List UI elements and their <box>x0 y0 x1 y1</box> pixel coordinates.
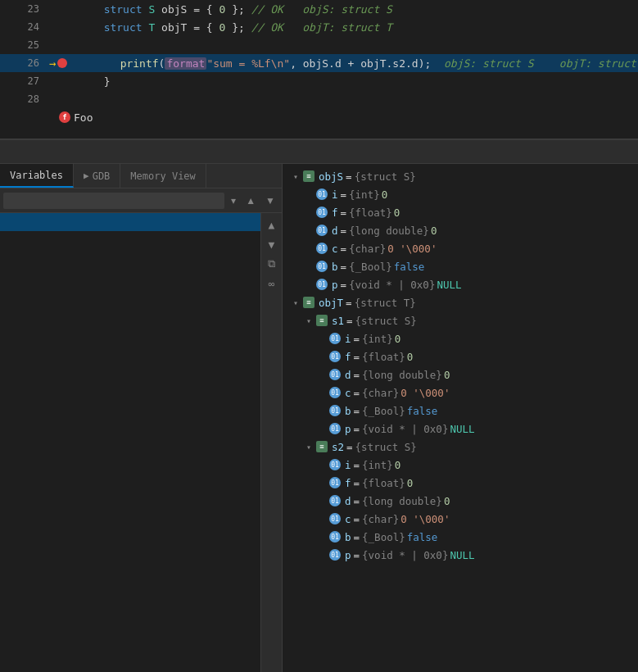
objT-type-icon: ≡ <box>302 296 315 309</box>
s1-equals: = <box>346 315 353 327</box>
s1-f-equals: = <box>354 351 360 363</box>
var-s1-i[interactable]: 01 i = {int} 0 <box>283 329 638 347</box>
var-s1-b[interactable]: 01 b = {_Bool} false <box>283 402 638 420</box>
line-number-24: 24 <box>0 21 49 33</box>
panel-tabs: Variables ▶ GDB Memory View <box>0 164 282 188</box>
objS-f-name: f <box>332 207 338 219</box>
var-s1-p[interactable]: 01 p = {void * | 0x0} NULL <box>283 420 638 438</box>
var-objS-p[interactable]: 01 p = {void * | 0x0} NULL <box>283 275 638 293</box>
expand-s2-icon: ▾ <box>302 443 315 452</box>
var-icon: 01 <box>329 351 341 362</box>
brace: } <box>104 75 111 88</box>
s1-f-icon: 01 <box>328 350 342 363</box>
punct: }; <box>225 21 251 34</box>
objS-b-icon: 01 <box>315 260 328 273</box>
s2-b-icon: 01 <box>328 530 342 543</box>
var-s1-d[interactable]: 01 d = {long double} 0 <box>283 366 638 384</box>
tab-gdb[interactable]: ▶ GDB <box>74 164 120 188</box>
tab-gdb-label: GDB <box>93 170 111 182</box>
objS-p-value: NULL <box>437 279 461 291</box>
side-down-btn[interactable]: ▼ <box>264 236 280 252</box>
var-icon: 01 <box>316 261 328 272</box>
s2-d-value: 0 <box>444 495 450 507</box>
s2-d-icon: 01 <box>328 494 342 507</box>
var-objS-d[interactable]: 01 d = {long double} 0 <box>283 221 638 239</box>
s1-f-type: {float} <box>362 351 405 363</box>
var-objS[interactable]: ▾ ≡ objS = {struct S} <box>283 167 638 185</box>
objS-i-value: 0 <box>382 188 388 201</box>
var-s1[interactable]: ▾ ≡ s1 = {struct S} <box>283 311 638 329</box>
var-objS-i[interactable]: 01 i = {int} 0 <box>283 185 638 203</box>
s2-i-equals: = <box>354 459 360 471</box>
toolbar-down-btn[interactable]: ▼ <box>262 193 278 208</box>
var-s2-b[interactable]: 01 b = {_Bool} false <box>283 528 638 546</box>
breakpoint-icon <box>57 58 67 68</box>
objS-d-name: d <box>332 225 338 237</box>
side-copy-btn[interactable]: ⧉ <box>264 256 280 272</box>
var-icon: 01 <box>329 459 341 470</box>
objS-f-icon: 01 <box>315 206 328 219</box>
s1-p-value: NULL <box>450 423 474 435</box>
var-icon: 01 <box>329 423 341 434</box>
objS-f-type: {float} <box>349 207 392 219</box>
s2-f-type: {float} <box>362 477 405 489</box>
var-icon: 01 <box>316 188 328 200</box>
var-s2-f[interactable]: 01 f = {float} 0 <box>283 474 638 492</box>
s1-p-type: {void * | 0x0} <box>362 423 448 435</box>
s2-name: s2 <box>332 441 344 453</box>
objS-type: {struct S} <box>355 170 416 183</box>
var-objS-f[interactable]: 01 f = {float} 0 <box>283 203 638 221</box>
s1-type: {struct S} <box>355 315 417 327</box>
objS-b-equals: = <box>341 261 347 273</box>
toolbar-up-btn[interactable]: ▲ <box>242 193 259 208</box>
var-objS-c[interactable]: 01 c = {char} 0 '\000' <box>283 239 638 257</box>
objS-d-value: 0 <box>431 225 437 237</box>
bottom-panel: Variables ▶ GDB Memory View ▾ ▲ ▼ <box>0 164 638 672</box>
s1-i-type: {int} <box>362 333 393 345</box>
s1-c-icon: 01 <box>328 386 342 399</box>
code-line-24: 24 struct T objT = { 0 }; // OK objT: st… <box>0 18 638 36</box>
s1-i-value: 0 <box>395 333 401 345</box>
var-s2-d[interactable]: 01 d = {long double} 0 <box>283 492 638 510</box>
var-icon: 01 <box>329 405 341 416</box>
tab-variables[interactable]: Variables <box>0 164 74 188</box>
toolbar-dropdown-btn[interactable]: ▾ <box>228 193 239 208</box>
s1-type-icon: ≡ <box>315 314 328 327</box>
var-objT[interactable]: ▾ ≡ objT = {struct T} <box>283 293 638 311</box>
side-more-btn[interactable]: ∞ <box>264 275 280 292</box>
line-number-23: 23 <box>0 3 49 15</box>
var-s2[interactable]: ▾ ≡ s2 = {struct S} <box>283 438 638 456</box>
side-up-btn[interactable]: ▲ <box>264 216 280 233</box>
s2-c-icon: 01 <box>328 512 342 525</box>
objT-name: objT <box>319 297 343 309</box>
s2-i-icon: 01 <box>328 458 342 471</box>
objS-c-type: {char} <box>349 243 386 255</box>
var-s1-c[interactable]: 01 c = {char} 0 '\000' <box>283 384 638 402</box>
s1-i-equals: = <box>354 333 360 345</box>
var-objS-b[interactable]: 01 b = {_Bool} false <box>283 257 638 275</box>
s1-b-icon: 01 <box>328 404 342 417</box>
objS-name: objS <box>319 170 343 183</box>
selected-list-item[interactable] <box>0 213 260 231</box>
var-s1-f[interactable]: 01 f = {float} 0 <box>283 347 638 366</box>
panel-toolbar: ▾ ▲ ▼ <box>0 188 282 213</box>
s1-p-icon: 01 <box>328 422 342 435</box>
tab-memory[interactable]: Memory View <box>120 164 206 188</box>
var-s2-i[interactable]: 01 i = {int} 0 <box>283 456 638 474</box>
var-s2-c[interactable]: 01 c = {char} 0 '\000' <box>283 510 638 528</box>
s2-type-icon: ≡ <box>315 440 328 453</box>
s2-c-equals: = <box>354 513 360 525</box>
struct-icon: ≡ <box>303 170 314 182</box>
arrow-indicator: → <box>49 57 56 70</box>
struct-icon: ≡ <box>316 441 328 452</box>
s1-c-value: 0 '\000' <box>400 387 450 399</box>
objS-i-name: i <box>332 188 338 201</box>
panel-separator <box>0 139 638 164</box>
s2-p-type: {void * | 0x0} <box>362 549 448 561</box>
filter-input[interactable] <box>3 193 224 209</box>
var-icon: 01 <box>329 495 341 506</box>
var-icon: 01 <box>329 531 341 543</box>
s2-p-value: NULL <box>450 549 474 561</box>
objS-p-name: p <box>332 279 338 291</box>
var-s2-p[interactable]: 01 p = {void * | 0x0} NULL <box>283 546 638 564</box>
